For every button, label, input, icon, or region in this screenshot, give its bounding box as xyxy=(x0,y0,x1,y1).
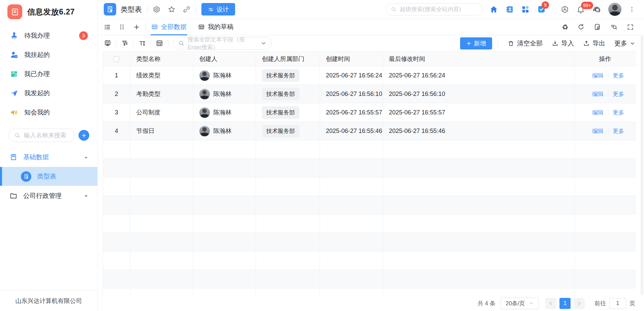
tasks-check-icon[interactable]: 9 xyxy=(537,5,546,14)
row-more-link[interactable]: 更多 xyxy=(613,72,624,79)
empty-cell xyxy=(574,196,636,214)
add-record-button[interactable]: 新增 xyxy=(460,37,492,49)
cell-created-at: 2025-06-27 16:55:46 xyxy=(320,122,383,140)
home-icon[interactable] xyxy=(489,5,498,14)
sidebar-item-done[interactable]: 我已办理 xyxy=(0,64,97,83)
empty-cell xyxy=(130,288,193,296)
sidebar-search-placeholder: 输入名称来搜索 xyxy=(24,131,66,139)
empty-cell xyxy=(193,140,256,159)
goto-page-input[interactable] xyxy=(609,298,626,309)
sidebar-item-suspended[interactable]: 我挂起的 xyxy=(0,45,97,64)
department-tag: 技术服务部 xyxy=(262,69,299,82)
gear-icon[interactable] xyxy=(153,6,160,13)
vertical-scrollbar[interactable] xyxy=(641,36,643,295)
sidebar-search-input[interactable]: 输入名称来搜索 xyxy=(9,129,74,142)
divider xyxy=(498,40,498,46)
empty-cell xyxy=(130,233,193,251)
sidebar-item-type-table[interactable]: 类型表 xyxy=(0,167,97,186)
row-more-link[interactable]: 更多 xyxy=(613,109,624,116)
filter-icon[interactable] xyxy=(121,40,129,47)
section-label: 基础数据 xyxy=(23,153,49,162)
table-row[interactable]: 2 考勤类型 陈瀚林 技术服务部 2025-06-27 16:56:10 202… xyxy=(103,85,636,103)
table-row[interactable]: 4 节假日 陈瀚林 技术服务部 2025-06-27 16:55:46 2025… xyxy=(103,122,636,140)
document-link-icon[interactable] xyxy=(594,23,601,31)
fullscreen-icon[interactable] xyxy=(627,24,634,31)
search-icon xyxy=(14,132,21,139)
bell-icon[interactable]: 99+ xyxy=(576,5,585,14)
app-logo-row: 信息发放6.27 xyxy=(0,0,97,22)
table-row[interactable]: 1 绩效类型 陈瀚林 技术服务部 2025-06-27 16:56:24 202… xyxy=(103,66,636,85)
sliders-icon xyxy=(208,6,214,12)
table-row[interactable]: 3 公司制度 陈瀚林 技术服务部 2025-06-27 16:55:57 202… xyxy=(103,103,636,122)
empty-cell xyxy=(103,251,130,270)
more-vertical-icon[interactable] xyxy=(629,6,635,13)
cell-modified-at: 2025-06-27 16:55:57 xyxy=(383,103,574,122)
edit-link[interactable]: 编辑 xyxy=(592,72,604,79)
view-list-icon[interactable] xyxy=(104,24,111,31)
creator-name: 陈瀚林 xyxy=(214,71,232,79)
sidebar-section-base-data[interactable]: 基础数据 xyxy=(0,145,97,167)
star-icon[interactable] xyxy=(168,5,175,13)
global-search-input[interactable]: 超级搜索(搜索全站内容) xyxy=(386,3,483,15)
user-avatar[interactable] xyxy=(608,3,621,16)
prev-page-button[interactable] xyxy=(545,298,556,309)
empty-cell xyxy=(256,177,320,196)
import-button[interactable]: 导入 xyxy=(552,39,574,48)
cell-created-at: 2025-06-27 16:55:57 xyxy=(320,103,383,122)
refresh-icon[interactable] xyxy=(577,23,585,31)
tab-all-data[interactable]: 全部数据 xyxy=(151,19,187,35)
table-search-input[interactable]: 搜索全部文本字段（按Enter搜索） xyxy=(173,37,271,49)
link-icon[interactable] xyxy=(183,6,190,13)
select-all-checkbox[interactable] xyxy=(114,56,119,62)
chevron-down-icon[interactable] xyxy=(261,40,266,46)
text-size-icon[interactable] xyxy=(138,40,146,47)
edit-link[interactable]: 编辑 xyxy=(592,109,604,116)
recycle-bin-icon[interactable]: ♻ xyxy=(562,24,568,31)
empty-cell xyxy=(383,177,574,196)
edit-link[interactable]: 编辑 xyxy=(592,127,604,135)
empty-row xyxy=(103,270,636,288)
browse-card-icon[interactable] xyxy=(104,39,111,47)
empty-row xyxy=(103,251,636,270)
paper-plane-icon xyxy=(9,89,19,98)
page-size-select[interactable]: 20条/页 xyxy=(501,298,539,309)
sidebar-item-label: 我已办理 xyxy=(24,70,50,78)
more-button[interactable]: 更多 xyxy=(614,39,635,48)
cell-type-name: 绩效类型 xyxy=(130,66,193,85)
cell-type-name: 考勤类型 xyxy=(130,85,193,103)
empty-cell xyxy=(193,288,256,296)
apps-grid-icon[interactable] xyxy=(521,5,530,14)
drag-dots-icon[interactable] xyxy=(119,24,125,30)
edit-link[interactable]: 编辑 xyxy=(592,90,604,98)
hexagon-hub-icon[interactable] xyxy=(560,5,569,14)
next-page-button[interactable] xyxy=(574,298,585,309)
add-view-icon[interactable] xyxy=(133,24,140,31)
app-window: 信息发放6.27 待我办理 3 我挂起的 我已办理 xyxy=(0,0,644,311)
cell-type-name: 公司制度 xyxy=(130,103,193,122)
design-button[interactable]: 设计 xyxy=(201,3,235,15)
folder-icon xyxy=(9,192,18,200)
sidebar-item-todo[interactable]: 待我办理 3 xyxy=(0,26,97,45)
page-1-button[interactable]: 1 xyxy=(559,298,571,309)
row-more-link[interactable]: 更多 xyxy=(613,90,624,98)
cell-created-at: 2025-06-27 16:56:10 xyxy=(320,85,383,103)
sidebar-search-row: 输入名称来搜索 xyxy=(0,122,97,145)
search-list-icon[interactable] xyxy=(610,23,618,31)
export-button[interactable]: 导出 xyxy=(583,39,605,48)
support-headset-icon[interactable] xyxy=(592,5,601,14)
sidebar-nav: 待我办理 3 我挂起的 我已办理 我发起的 xyxy=(0,22,97,122)
sidebar-section-company-admin[interactable]: 公司行政管理 xyxy=(0,186,97,206)
empty-cell xyxy=(256,288,320,296)
clear-all-button[interactable]: 清空全部 xyxy=(508,39,543,48)
add-app-button[interactable] xyxy=(78,130,89,141)
tab-label: 全部数据 xyxy=(161,23,187,31)
sidebar-item-cc[interactable]: 知会我的 xyxy=(0,103,97,122)
tree-item-label: 类型表 xyxy=(37,172,56,181)
divider xyxy=(146,23,146,31)
row-more-link[interactable]: 更多 xyxy=(613,127,624,135)
search-icon xyxy=(178,40,185,46)
display-fields-icon[interactable] xyxy=(156,39,163,47)
tab-my-draft[interactable]: 我的草稿 xyxy=(198,19,233,35)
sidebar-item-initiated[interactable]: 我发起的 xyxy=(0,83,97,103)
address-book-icon[interactable] xyxy=(505,5,514,14)
